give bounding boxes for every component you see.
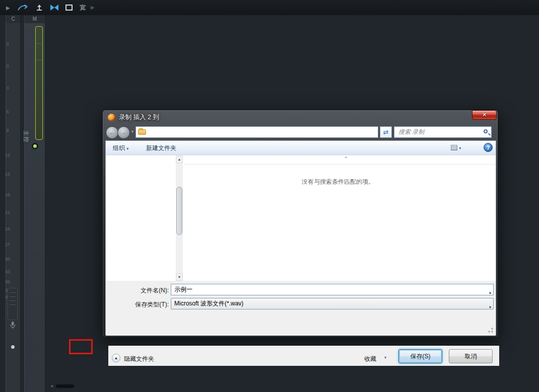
- folder-icon: [138, 129, 146, 135]
- scroll-up-icon[interactable]: ▲: [176, 155, 183, 163]
- list-view-icon: [451, 145, 457, 150]
- back-button[interactable]: ←: [106, 126, 118, 139]
- search-input[interactable]: 搜索 录制: [394, 126, 492, 138]
- favorite-button[interactable]: 收藏: [364, 355, 376, 363]
- savetype-select[interactable]: Microsoft 波形文件(*.wav) ▾: [171, 298, 494, 309]
- dialog-titlebar[interactable]: 录制 插入 2 到: [108, 113, 159, 122]
- chevron-down-icon[interactable]: ▾: [489, 302, 491, 312]
- db-scale-label: 15: [0, 172, 15, 177]
- hide-folders-icon[interactable]: ▲: [112, 354, 120, 362]
- db-scale-label: 3: [0, 41, 15, 46]
- stereo-link-icon[interactable]: [50, 5, 58, 11]
- chevron-down-icon[interactable]: ▾: [489, 288, 491, 298]
- cancel-button[interactable]: 取消: [449, 349, 493, 363]
- savetype-label: 保存类型(T):: [121, 300, 169, 309]
- record-arm-icon[interactable]: [9, 321, 16, 330]
- file-browser-area: ▲ ▼ ▴ 没有与搜索条件匹配的项。: [106, 155, 496, 281]
- wide-label: 宽: [80, 4, 86, 12]
- sidebar-scrollbar[interactable]: ▲ ▼: [176, 155, 183, 281]
- filename-input[interactable]: 示例一 ▾: [171, 284, 494, 295]
- hide-folders-button[interactable]: 隐藏文件夹: [124, 355, 154, 363]
- channel-header-M[interactable]: M: [24, 15, 45, 23]
- db-scale-label: 24: [0, 226, 15, 231]
- dialog-body: 组织 ▾ 新建文件夹 ▾ ? ▲ ▼ ▴ 没有与搜索条件匹配的项。 文件名(N)…: [105, 140, 496, 335]
- db-scale-label: 12: [0, 152, 15, 158]
- scroll-down-icon[interactable]: ▼: [176, 273, 183, 281]
- db-scale-label: 21: [0, 210, 15, 215]
- plugin-picker-icon[interactable]: [35, 4, 43, 12]
- db-scale-label: 30: [0, 257, 15, 262]
- navigation-pane: [106, 155, 176, 281]
- collapse-arrow-icon[interactable]: ▶: [6, 5, 10, 11]
- db-scale-label: 9: [0, 128, 15, 133]
- db-scale-label: 3: [0, 86, 15, 91]
- column-headers: ▴: [184, 155, 496, 165]
- level-meter: [35, 26, 43, 140]
- chevron-down-icon: ▾: [459, 146, 461, 150]
- dialog-title: 录制 插入 2 到: [119, 113, 159, 122]
- organize-button[interactable]: 组织 ▾: [113, 144, 128, 152]
- send-swoosh-icon[interactable]: [17, 4, 28, 11]
- enable-led[interactable]: [32, 143, 38, 149]
- scrollbar-thumb[interactable]: [56, 384, 74, 388]
- mixer-h-scrollbar[interactable]: ◂: [50, 383, 74, 388]
- db-scale-label: 36: [0, 279, 15, 284]
- save-dialog: 录制 插入 2 到 ✕ ← → ▾ ⇄ 搜索 录制 组织 ▾ 新建文件夹 ▾ ?…: [102, 110, 498, 337]
- fl-studio-window: 303691215182124273033363942C主控M ▶ 宽 ▶ ◂ …: [0, 0, 539, 392]
- recent-locations-icon[interactable]: ▾: [131, 129, 133, 134]
- channel-header-C[interactable]: C: [6, 15, 21, 23]
- forward-button[interactable]: →: [117, 126, 130, 139]
- chevron-down-icon[interactable]: ▾: [384, 355, 386, 360]
- wide-view-icon[interactable]: [65, 5, 73, 11]
- sort-ascending-icon: ▴: [345, 155, 347, 159]
- scroll-left-icon[interactable]: ◂: [50, 383, 53, 388]
- resize-grip[interactable]: [488, 327, 494, 333]
- db-scale-label: 0: [0, 63, 15, 68]
- db-scale-ticks: [8, 288, 18, 320]
- annotation-red-box: [69, 339, 93, 354]
- dialog-footer: ▲ 隐藏文件夹 收藏 ▾ 保存(S) 取消: [108, 346, 499, 366]
- filename-label: 文件名(N):: [121, 286, 169, 295]
- empty-folder-message: 没有与搜索条件匹配的项。: [302, 178, 374, 186]
- search-icon: [484, 129, 488, 133]
- search-placeholder: 搜索 录制: [398, 128, 424, 135]
- scrollbar-thumb[interactable]: [176, 187, 182, 235]
- close-button[interactable]: ✕: [472, 110, 497, 120]
- savetype-value: Microsoft 波形文件(*.wav): [174, 300, 243, 307]
- mixer-strip-C: 303691215182124273033363942: [6, 23, 21, 392]
- dialog-toolbar: 组织 ▾ 新建文件夹 ▾ ?: [106, 141, 496, 155]
- db-scale-label: 18: [0, 192, 15, 197]
- record-dot[interactable]: [11, 345, 15, 349]
- breadcrumb[interactable]: [136, 126, 378, 138]
- channel-label: 主控: [23, 107, 30, 142]
- refresh-button[interactable]: ⇄: [380, 126, 392, 138]
- db-scale-label: 6: [0, 109, 15, 114]
- mixer-toolbar: ▶ 宽 ▶: [0, 0, 539, 15]
- views-button[interactable]: ▾: [451, 144, 461, 151]
- save-button[interactable]: 保存(S): [398, 349, 442, 363]
- chevron-down-icon: ▾: [126, 146, 128, 151]
- help-button[interactable]: ?: [484, 143, 493, 152]
- db-scale-label: 27: [0, 242, 15, 247]
- mixer-strip-M: 主控: [24, 23, 45, 392]
- db-scale-label: 33: [0, 269, 15, 274]
- fl-studio-icon: [108, 114, 115, 121]
- filename-value: 示例一: [174, 286, 192, 293]
- file-name-panel: 文件名(N): 示例一 ▾ 保存类型(T): Microsoft 波形文件(*.…: [106, 281, 496, 336]
- more-arrow-icon[interactable]: ▶: [91, 5, 95, 10]
- new-folder-button[interactable]: 新建文件夹: [146, 144, 176, 152]
